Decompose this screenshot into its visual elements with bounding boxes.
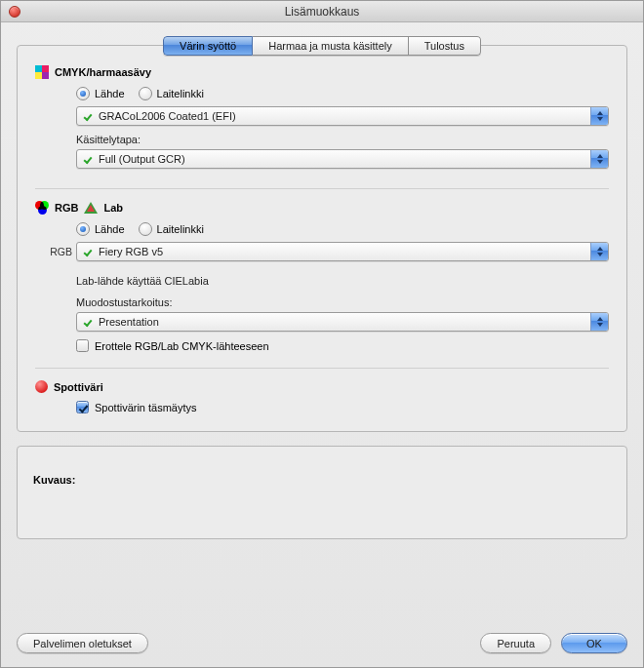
section-spot: Spottiväri Spottivärin täsmäytys [35,380,609,413]
cmyk-source-popup[interactable]: GRACoL2006 Coated1 (EFI) [76,106,609,126]
radio-icon [76,222,90,236]
rgb-intent-label: Muodostustarkoitus: [76,296,609,308]
rgb-source-value: Fiery RGB v5 [99,246,163,257]
spot-icon [35,380,48,393]
server-defaults-button[interactable]: Palvelimen oletukset [17,633,148,653]
rgb-intent-popup[interactable]: Presentation [76,312,609,332]
lab-icon [84,202,98,214]
chevron-updown-icon [590,313,608,331]
rgb-radio-source[interactable]: Lähde [76,222,125,236]
spot-match-checkbox[interactable]: Spottivärin täsmäytys [76,401,609,413]
cmyk-radio-source[interactable]: Lähde [76,87,125,100]
cmyk-processing-popup[interactable]: Full (Output GCR) [76,149,609,169]
rgb-sidelabel: RGB [35,242,72,257]
check-icon [83,247,93,256]
radio-icon [76,87,90,100]
footer: Palvelimen oletukset Peruuta OK [1,621,643,667]
tab-bar: Värin syöttö Harmaa ja musta käsittely T… [17,36,627,56]
close-icon[interactable] [9,6,20,18]
rgb-intent-value: Presentation [99,316,159,328]
description-label: Kuvaus: [33,474,75,486]
rgb-separate-label: Erottele RGB/Lab CMYK-lähteeseen [95,340,269,352]
cmyk-icon [35,65,49,79]
section-rgb-lab: RGB Lab Lähde Laitelinkki [35,201,609,369]
titlebar: Lisämuokkaus [1,1,643,22]
rgb-separate-checkbox[interactable]: Erottele RGB/Lab CMYK-lähteeseen [76,339,609,352]
check-icon [83,111,93,121]
content-area: Värin syöttö Harmaa ja musta käsittely T… [1,22,643,621]
spot-match-label: Spottivärin täsmäytys [95,402,197,413]
lab-note: Lab-lähde käyttää CIELabia [76,275,609,287]
rgb-icon [35,201,49,215]
lab-heading: Lab [103,202,123,214]
chevron-updown-icon [590,107,608,125]
tab-output[interactable]: Tulostus [409,36,481,56]
checkbox-icon [76,401,89,413]
cmyk-processing-label: Käsittelytapa: [76,134,609,145]
dialog-window: Lisämuokkaus Värin syöttö Harmaa ja must… [0,0,644,668]
main-panel: CMYK/harmaasävy Lähde Laitelinkki [17,45,627,432]
check-icon [83,154,93,164]
chevron-updown-icon [590,150,608,168]
rgb-radio-devicelink[interactable]: Laitelinkki [139,222,204,236]
cmyk-source-value: GRACoL2006 Coated1 (EFI) [99,110,236,122]
cmyk-radio-devicelink[interactable]: Laitelinkki [139,87,204,100]
ok-button[interactable]: OK [561,633,627,653]
radio-icon [139,222,152,236]
window-title: Lisämuokkaus [1,5,643,19]
tab-gray-black[interactable]: Harmaa ja musta käsittely [253,36,409,56]
rgb-source-popup[interactable]: Fiery RGB v5 [76,242,609,261]
tab-color-input[interactable]: Värin syöttö [163,36,253,56]
radio-icon [139,87,152,100]
cmyk-processing-value: Full (Output GCR) [99,153,185,165]
chevron-updown-icon [590,243,608,260]
cancel-button[interactable]: Peruuta [480,633,551,653]
checkbox-icon [76,339,89,352]
description-box: Kuvaus: [17,446,627,539]
check-icon [83,317,93,327]
spot-heading: Spottiväri [54,381,103,393]
section-cmyk: CMYK/harmaasävy Lähde Laitelinkki [35,65,609,189]
rgb-heading: RGB [55,202,78,214]
cmyk-heading: CMYK/harmaasävy [55,66,151,78]
